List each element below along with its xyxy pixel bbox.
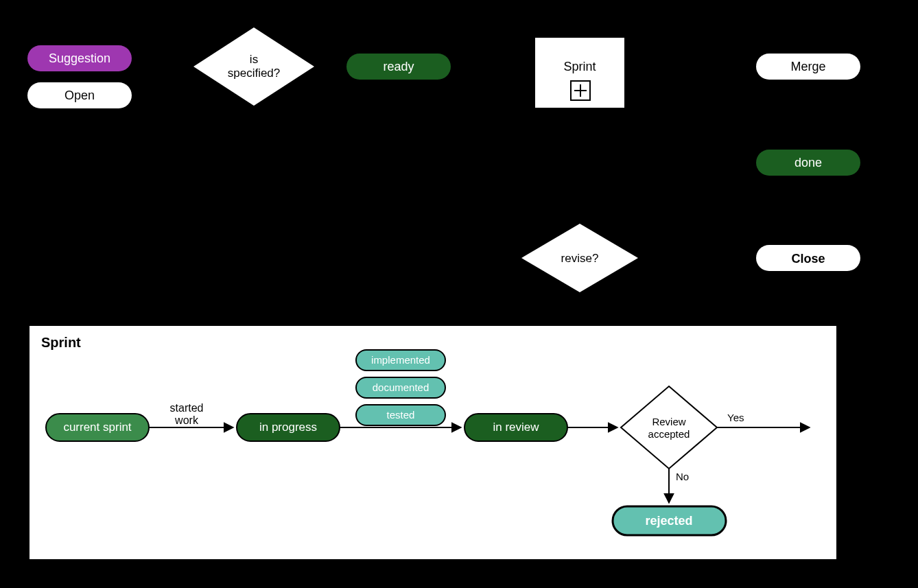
label-ready: ready — [383, 60, 414, 73]
sprint-box-title: Sprint — [41, 335, 81, 350]
node-done: done — [756, 150, 860, 176]
label-review-accepted-2: accepted — [648, 428, 690, 440]
node-suggestion: Suggestion — [27, 45, 132, 71]
label-done: done — [795, 156, 822, 169]
label-is-specified-1: is — [250, 53, 258, 66]
node-documented: documented — [356, 377, 445, 398]
label-current-sprint: current sprint — [63, 421, 131, 434]
label-yes: Yes — [727, 412, 744, 423]
label-tested: tested — [387, 409, 415, 421]
node-in-progress: in progress — [237, 414, 340, 441]
label-in-progress: in progress — [259, 421, 317, 434]
node-tested: tested — [356, 405, 445, 425]
label-close: Close — [791, 252, 825, 266]
label-started-work-2: work — [174, 414, 199, 426]
label-revise: revise? — [561, 252, 599, 265]
sprint-container: Sprint current sprint started work in pr… — [30, 326, 836, 559]
node-open: Open — [27, 82, 132, 108]
node-sprint-subprocess: Sprint — [535, 38, 624, 108]
node-ready: ready — [346, 54, 451, 80]
label-sprint-top: Sprint — [563, 60, 596, 73]
label-is-specified-2: specified? — [228, 67, 281, 80]
node-implemented: implemented — [356, 350, 445, 371]
label-started-work-1: started — [170, 402, 204, 414]
node-current-sprint: current sprint — [46, 414, 149, 441]
node-close: Close — [756, 245, 860, 271]
label-no: No — [676, 471, 689, 482]
label-documented: documented — [373, 381, 429, 393]
label-merge: Merge — [790, 60, 825, 73]
node-in-review: in review — [464, 414, 567, 441]
label-in-review: in review — [493, 421, 539, 434]
label-suggestion: Suggestion — [49, 51, 110, 65]
label-review-accepted-1: Review — [652, 416, 685, 427]
node-revise: revise? — [521, 224, 638, 292]
label-implemented: implemented — [371, 354, 430, 366]
label-open: Open — [64, 89, 95, 102]
node-merge: Merge — [756, 54, 860, 80]
node-is-specified: is specified? — [193, 27, 314, 106]
label-rejected: rejected — [645, 514, 692, 528]
node-rejected: rejected — [613, 506, 726, 535]
